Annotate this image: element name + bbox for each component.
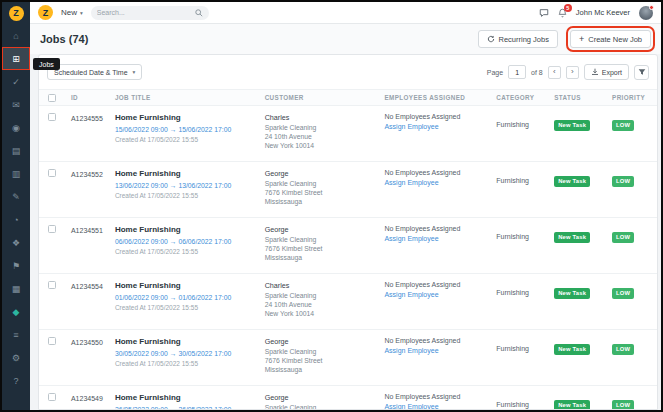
filter-icon [638, 68, 646, 76]
chevron-left-icon: ‹ [553, 68, 556, 76]
jobs-list-card: Scheduled Date & Time ▾ Page of 8 ‹ › Ex… [38, 54, 658, 410]
customer-name: Charles [265, 281, 379, 290]
status-badge: New Task [554, 288, 590, 299]
employees-assigned-text: No Employees Assigned [384, 393, 490, 400]
job-category: Furnishing [496, 345, 529, 352]
notifications-button[interactable]: 5 [558, 8, 567, 18]
chevron-down-icon: ▾ [80, 10, 83, 16]
customer-company: Sparkle Cleaning [265, 236, 379, 243]
sidebar-logo: Z [2, 2, 30, 24]
sidebar-item-reports[interactable]: ▦ [2, 277, 30, 300]
sidebar-item-properties[interactable]: ▤ [2, 139, 30, 162]
row-checkbox[interactable] [48, 113, 56, 121]
job-id: A1234555 [71, 113, 109, 124]
job-created-at: Created At 17/05/2022 15:55 [115, 192, 259, 199]
row-checkbox[interactable] [48, 281, 56, 289]
customer-company: Sparkle Cleaning [265, 292, 379, 299]
customer-company: Sparkle Cleaning [265, 404, 379, 410]
create-new-job-button[interactable]: + Create New Job [570, 30, 651, 48]
page-number-input[interactable] [508, 65, 526, 79]
jobs-icon: ⊞ [12, 54, 20, 64]
page-title: Jobs (74) [40, 33, 88, 45]
job-title-link[interactable]: Home Furnishing [115, 169, 259, 178]
row-checkbox[interactable] [48, 393, 56, 401]
job-schedule: 30/05/2022 09:00 → 30/05/2022 17:00 [115, 350, 259, 357]
avatar-status-dot [649, 5, 654, 10]
timesheets-icon: ◔ [13, 215, 18, 225]
sidebar: Z ⌂ ⊞ ✓ ✉ ◉ ▤ ▥ ✎ ◔ ❖ ⚑ ▦ ◆ ≡ ⚙ ? [2, 2, 30, 410]
employees-assigned-text: No Employees Assigned [384, 281, 490, 288]
priority-badge: LOW [612, 288, 634, 299]
sidebar-item-timesheets[interactable]: ◔ [2, 208, 30, 231]
assign-employee-link[interactable]: Assign Employee [384, 291, 490, 298]
table-row: A1234549 Home Furnishing 26/05/2022 09:0… [39, 386, 657, 410]
sidebar-item-teams[interactable]: ≡ [2, 323, 30, 346]
customer-name: George [265, 393, 379, 402]
job-category: Furnishing [496, 121, 529, 128]
sidebar-item-tags[interactable]: ⚑ [2, 254, 30, 277]
job-title-link[interactable]: Home Furnishing [115, 337, 259, 346]
prev-page-button[interactable]: ‹ [548, 66, 561, 79]
column-header-id: ID [65, 94, 109, 101]
customer-address-line1: 7676 Kimbel Street [265, 357, 379, 364]
job-id: A1234549 [71, 393, 109, 404]
row-checkbox[interactable] [48, 225, 56, 233]
sort-dropdown[interactable]: Scheduled Date & Time ▾ [47, 64, 142, 80]
table-row: A1234550 Home Furnishing 30/05/2022 09:0… [39, 330, 657, 386]
sidebar-item-parts[interactable]: ❖ [2, 231, 30, 254]
sort-dropdown-label: Scheduled Date & Time [54, 69, 128, 76]
export-button[interactable]: Export [584, 64, 629, 80]
recurring-jobs-button[interactable]: Recurring Jobs [478, 30, 558, 48]
app-logo-icon: Z [9, 6, 24, 21]
next-page-button[interactable]: › [566, 66, 579, 79]
recurring-jobs-label: Recurring Jobs [499, 35, 549, 44]
chevron-right-icon: › [571, 68, 574, 76]
refresh-icon [487, 35, 495, 43]
assign-employee-link[interactable]: Assign Employee [384, 347, 490, 354]
user-menu[interactable]: John Mc Keever [576, 8, 630, 17]
chat-icon[interactable] [539, 8, 549, 18]
tags-icon: ⚑ [12, 261, 20, 271]
assign-employee-link[interactable]: Assign Employee [384, 179, 490, 186]
sidebar-item-jobs[interactable]: ⊞ [2, 47, 30, 70]
search-input[interactable] [97, 9, 191, 16]
search-icon [195, 9, 203, 17]
assign-employee-link[interactable]: Assign Employee [384, 235, 490, 242]
properties-icon: ▤ [12, 146, 21, 156]
filter-button[interactable] [634, 65, 649, 80]
sidebar-item-estimates[interactable]: ✎ [2, 185, 30, 208]
sidebar-item-help[interactable]: ? [2, 369, 30, 392]
sidebar-item-invoices[interactable]: ▥ [2, 162, 30, 185]
select-all-checkbox[interactable] [48, 94, 56, 102]
header-actions: Recurring Jobs + Create New Job [478, 30, 652, 48]
sidebar-item-apps[interactable]: ◆ [2, 300, 30, 323]
sidebar-item-customers[interactable]: ◉ [2, 116, 30, 139]
job-category: Furnishing [496, 233, 529, 240]
job-created-at: Created At 17/05/2022 15:55 [115, 360, 259, 367]
sidebar-item-tasks[interactable]: ✓ [2, 70, 30, 93]
table-row: A1234554 Home Furnishing 01/06/2022 09:0… [39, 274, 657, 330]
sidebar-item-settings[interactable]: ⚙ [2, 346, 30, 369]
customer-name: George [265, 225, 379, 234]
topbar: Z New ▾ 5 John Mc Keever [30, 2, 661, 24]
job-title-link[interactable]: Home Furnishing [115, 225, 259, 234]
requests-icon: ✉ [12, 100, 20, 110]
job-title-link[interactable]: Home Furnishing [115, 113, 259, 122]
sidebar-item-requests[interactable]: ✉ [2, 93, 30, 116]
avatar[interactable] [639, 6, 653, 20]
job-title-link[interactable]: Home Furnishing [115, 393, 259, 402]
row-checkbox[interactable] [48, 337, 56, 345]
job-category: Furnishing [496, 401, 529, 408]
customer-address-line1: 7676 Kimbel Street [265, 189, 379, 196]
assign-employee-link[interactable]: Assign Employee [384, 123, 490, 130]
sidebar-item-dashboard[interactable]: ⌂ [2, 24, 30, 47]
assign-employee-link[interactable]: Assign Employee [384, 403, 490, 410]
help-icon: ? [13, 376, 18, 386]
row-checkbox[interactable] [48, 169, 56, 177]
brand-logo-icon: Z [38, 5, 53, 20]
job-title-link[interactable]: Home Furnishing [115, 281, 259, 290]
estimates-icon: ✎ [12, 192, 20, 202]
new-menu-button[interactable]: New ▾ [61, 8, 83, 17]
chevron-down-icon: ▾ [133, 69, 136, 75]
invoices-icon: ▥ [12, 169, 21, 179]
